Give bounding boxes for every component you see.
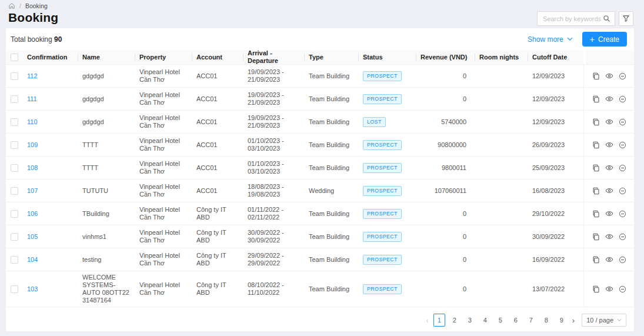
copy-button[interactable] <box>592 118 600 126</box>
view-button[interactable] <box>605 210 613 217</box>
column-header-cutoff-date[interactable]: Cutoff Date <box>528 50 583 64</box>
confirmation-link[interactable]: 112 <box>27 72 38 79</box>
pagination-prev-icon[interactable]: ‹ <box>426 317 428 324</box>
view-button[interactable] <box>605 95 613 102</box>
property-cell: Vinpearl Hotel Cần Thơ <box>135 204 192 224</box>
copy-button[interactable] <box>592 256 600 264</box>
eye-icon <box>605 141 613 148</box>
page-size-select[interactable]: 10 / page <box>582 314 626 327</box>
breadcrumb-separator: / <box>19 2 21 9</box>
filter-button[interactable] <box>619 11 633 26</box>
confirmation-link[interactable]: 106 <box>27 210 38 217</box>
column-header-account[interactable]: Account <box>192 50 243 64</box>
revenue-cell: 0 <box>416 70 475 82</box>
table-header-row: Confirmation Name Property Account Arriv… <box>6 50 634 65</box>
table-row: 112 gdgdgd Vinpearl Hotel Cần Thơ ACC01 … <box>6 65 634 88</box>
row-actions <box>583 65 634 87</box>
name-cell: TUTUTU <box>78 185 135 197</box>
row-checkbox[interactable] <box>11 256 18 264</box>
pagination-page-6[interactable]: 6 <box>510 314 522 327</box>
cancel-button[interactable] <box>619 141 626 149</box>
home-icon[interactable] <box>8 2 15 9</box>
search-icon[interactable] <box>603 15 610 22</box>
view-button[interactable] <box>605 164 613 171</box>
name-cell: TTTT <box>78 139 135 151</box>
copy-button[interactable] <box>592 210 600 218</box>
pagination-page-9[interactable]: 9 <box>556 314 568 327</box>
show-more-toggle[interactable]: Show more <box>528 35 573 44</box>
cancel-button[interactable] <box>619 256 626 264</box>
cancel-button[interactable] <box>619 118 626 126</box>
view-button[interactable] <box>605 118 613 125</box>
column-header-confirmation[interactable]: Confirmation <box>22 50 78 64</box>
confirmation-link[interactable]: 110 <box>27 118 38 125</box>
confirmation-link[interactable]: 111 <box>27 95 37 102</box>
pagination-page-2[interactable]: 2 <box>449 314 461 327</box>
copy-button[interactable] <box>592 141 600 149</box>
confirmation-link[interactable]: 103 <box>27 285 38 292</box>
row-checkbox[interactable] <box>11 72 18 80</box>
status-badge: LOST <box>363 117 386 127</box>
minus-circle-icon <box>619 233 626 241</box>
cancel-button[interactable] <box>619 164 626 172</box>
confirmation-link[interactable]: 108 <box>27 164 38 171</box>
name-cell: WELCOME SYSTEMS-AUTO 08OTT22 31487164 <box>78 271 135 307</box>
cancel-button[interactable] <box>619 233 626 241</box>
row-checkbox[interactable] <box>11 233 18 241</box>
account-cell: ACC01 <box>192 185 243 197</box>
column-header-room-nights[interactable]: Room nights <box>475 50 528 64</box>
view-button[interactable] <box>605 187 613 194</box>
confirmation-link[interactable]: 105 <box>27 233 38 240</box>
pagination-page-1[interactable]: 1 <box>433 314 445 327</box>
row-checkbox[interactable] <box>11 164 18 172</box>
copy-button[interactable] <box>592 187 600 195</box>
table-row: 106 TBuilding Vinpearl Hotel Cần Thơ Côn… <box>6 202 634 225</box>
row-checkbox[interactable] <box>11 118 18 126</box>
column-header-status[interactable]: Status <box>358 50 416 64</box>
copy-button[interactable] <box>592 164 600 172</box>
row-checkbox[interactable] <box>11 285 18 293</box>
search-input[interactable] <box>542 15 603 23</box>
column-header-property[interactable]: Property <box>135 50 192 64</box>
room-nights-cell <box>475 287 528 291</box>
select-all-checkbox[interactable] <box>11 54 18 61</box>
pagination-page-8[interactable]: 8 <box>540 314 552 327</box>
column-header-name[interactable]: Name <box>78 50 135 64</box>
cancel-button[interactable] <box>619 95 626 103</box>
pagination-page-4[interactable]: 4 <box>479 314 491 327</box>
cancel-button[interactable] <box>619 210 626 218</box>
view-button[interactable] <box>605 285 613 292</box>
pagination-page-5[interactable]: 5 <box>495 314 506 327</box>
status-cell: PROSPECT <box>358 252 416 267</box>
row-checkbox[interactable] <box>11 210 18 218</box>
view-button[interactable] <box>605 233 613 240</box>
row-checkbox[interactable] <box>11 187 18 195</box>
cancel-button[interactable] <box>619 187 626 195</box>
column-header-revenue[interactable]: Revenue (VND) <box>416 50 475 64</box>
row-checkbox[interactable] <box>11 141 18 149</box>
view-button[interactable] <box>605 256 613 263</box>
pagination-page-7[interactable]: 7 <box>525 314 537 327</box>
pagination-page-3[interactable]: 3 <box>464 314 476 327</box>
confirmation-link[interactable]: 107 <box>27 187 38 194</box>
copy-button[interactable] <box>592 233 600 241</box>
pagination-next-icon[interactable]: › <box>572 317 575 324</box>
create-button[interactable]: + Create <box>582 32 627 46</box>
account-cell: Công ty IT ABD <box>192 227 243 247</box>
breadcrumb-item-booking: Booking <box>25 2 48 9</box>
copy-button[interactable] <box>592 95 600 103</box>
cancel-button[interactable] <box>619 285 626 293</box>
copy-button[interactable] <box>592 72 600 80</box>
status-badge: PROSPECT <box>363 284 402 294</box>
copy-button[interactable] <box>592 285 600 293</box>
column-header-arrival-departure[interactable]: Arrival - Departure <box>243 50 304 64</box>
column-header-type[interactable]: Type <box>304 50 358 64</box>
view-button[interactable] <box>605 72 613 79</box>
property-cell: Vinpearl Hotel Cần Thơ <box>135 135 192 155</box>
cancel-button[interactable] <box>619 72 626 80</box>
confirmation-link[interactable]: 109 <box>27 141 38 148</box>
view-button[interactable] <box>605 141 613 148</box>
row-checkbox[interactable] <box>11 95 18 103</box>
eye-icon <box>605 72 613 79</box>
confirmation-link[interactable]: 104 <box>27 256 38 263</box>
